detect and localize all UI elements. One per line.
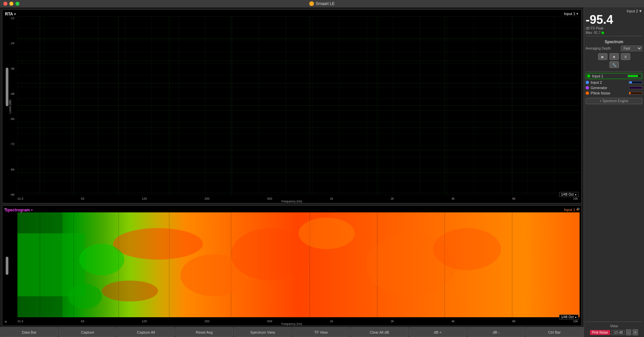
reset-avg-button[interactable]: Reset Avg (175, 328, 233, 337)
rta-y-axis-title: Level (dB) (8, 99, 12, 113)
rta-input-selector[interactable]: Input 1 ▼ (564, 12, 579, 16)
signal-label-generator: Generator (591, 86, 627, 90)
svg-point-35 (231, 228, 310, 281)
ctrl-bar-button[interactable]: Ctrl Bar (526, 328, 583, 337)
svg-point-36 (299, 218, 355, 249)
view-label: View (586, 324, 642, 328)
settings-button[interactable]: 🔧 (609, 61, 619, 68)
signal-dot-generator (586, 86, 589, 89)
window-title: Smaart LE (309, 1, 335, 6)
titlebar: Smaart LE (0, 0, 644, 7)
play-button[interactable]: ▶ (598, 53, 607, 60)
signal-dot-p9ink (586, 91, 589, 95)
averaging-select[interactable]: Fast Medium Slow (621, 46, 642, 51)
rta-label[interactable]: RTA▼ (5, 12, 16, 16)
svg-point-39 (79, 244, 124, 275)
signal-item-generator[interactable]: Generator (586, 86, 642, 90)
app-icon (309, 1, 314, 6)
signal-item-input1[interactable]: Input 1 (586, 73, 642, 79)
minimize-button[interactable] (9, 2, 13, 6)
spectrogram-resolution[interactable]: 1/48 Oct ▼ (559, 315, 579, 320)
svg-point-38 (433, 228, 501, 270)
spectrogram-input-selector[interactable]: Input 1 ▼ (564, 208, 579, 212)
sidebar-divider-1 (586, 36, 642, 36)
signal-dot-input2 (586, 81, 589, 84)
close-button[interactable] (3, 2, 7, 6)
view-section: View Pink Noise -13 dB - + (586, 322, 642, 335)
pink-noise-button[interactable]: Pink Noise (590, 330, 610, 335)
svg-point-34 (102, 280, 158, 301)
sidebar: Input 2 ▼ -95.4 dB FS Peak Max -91.7 Spe… (584, 7, 644, 337)
spectrogram-bottom-close[interactable]: ✕ (4, 320, 7, 324)
spectrogram-y-axis (2, 212, 17, 317)
capture-all-button[interactable]: Capture All (117, 328, 175, 337)
level-display: -95.4 (586, 14, 642, 26)
svg-point-40 (68, 284, 102, 309)
db-minus-button[interactable]: dB - (467, 328, 525, 337)
db-plus-button[interactable]: dB + (409, 328, 467, 337)
view-controls: Pink Noise -13 dB - + (586, 329, 642, 335)
signal-level-bar-input1 (628, 75, 641, 77)
signal-dot-input1 (587, 74, 590, 78)
rta-chart (17, 16, 580, 195)
level-value: -95.4 (586, 14, 613, 26)
signal-level-bar-input2 (629, 81, 642, 84)
tf-view-button[interactable]: TF View (292, 328, 350, 337)
signal-level-bar-p9ink (629, 92, 642, 94)
spectrum-title: Spectrum (586, 40, 642, 44)
signal-label-p9ink: P9ink Noise (591, 91, 627, 95)
transport-controls: ▶ ■ ⏸ (586, 53, 642, 60)
main-layout: RTA▼ Input 1 ▼ -12 -24 -36 -48 -60 -72 -… (0, 7, 644, 337)
traffic-lights (3, 2, 19, 6)
signal-item-p9ink[interactable]: P9ink Noise (586, 91, 642, 95)
stop-button[interactable]: ■ (609, 53, 619, 60)
add-spectrum-engine-button[interactable]: + Spectrum Engine (586, 98, 642, 104)
maximize-button[interactable] (15, 2, 19, 6)
db-display: -13 dB (611, 330, 625, 335)
db-plus-button-sidebar[interactable]: + (633, 329, 638, 335)
db-minus-button-sidebar[interactable]: - (626, 329, 631, 335)
spectrogram-panel: ✕ ⚙ Spectrogram▼ Input 1 ▼ (2, 205, 582, 326)
content-area: RTA▼ Input 1 ▼ -12 -24 -36 -48 -60 -72 -… (0, 7, 584, 337)
spectrogram-freq-axis-title: Frequency (Hz) (281, 322, 302, 326)
level-unit: dB FS Peak (586, 26, 642, 30)
sidebar-divider-2 (586, 71, 642, 72)
level-max: Max -91.7 (586, 31, 642, 35)
max-dot (601, 31, 604, 34)
bottom-toolbar: Data Bar Capture Capture All Reset Avg S… (0, 327, 584, 337)
averaging-row: Averaging Depth: Fast Medium Slow (586, 46, 642, 51)
pause-button[interactable]: ⏸ (621, 53, 630, 60)
clear-all-db-button[interactable]: Clear All dB (351, 328, 408, 337)
signal-label-input1: Input 1 (592, 74, 626, 78)
signal-label-input2: Input 2 (591, 80, 627, 84)
spectrogram-label[interactable]: Spectrogram▼ (5, 208, 33, 212)
rta-panel: RTA▼ Input 1 ▼ -12 -24 -36 -48 -60 -72 -… (2, 9, 582, 203)
rta-resolution[interactable]: 1/48 Oct ▼ (559, 192, 579, 197)
data-bar-button[interactable]: Data Bar (0, 328, 58, 337)
svg-point-32 (113, 228, 203, 260)
signal-item-input2[interactable]: Input 2 (586, 80, 642, 84)
capture-button[interactable]: Capture (59, 328, 116, 337)
signal-level-bar-generator (629, 86, 642, 89)
spectrogram-visual (17, 212, 580, 317)
rta-freq-axis-title: Frequency (Hz) (281, 200, 302, 203)
spectrum-view-button[interactable]: Spectrum View (234, 328, 291, 337)
